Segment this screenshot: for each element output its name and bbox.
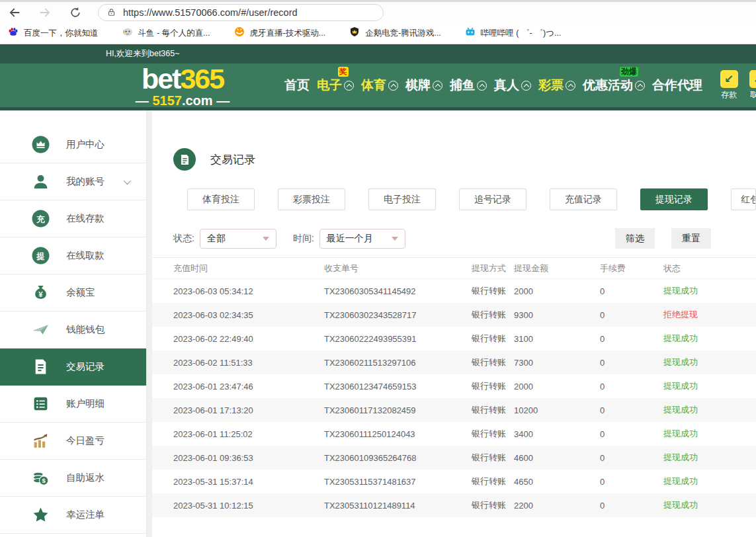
- cell-fee: 0: [593, 405, 663, 415]
- cell-fee: 0: [593, 334, 663, 344]
- sidebar-item-label: 今日盈亏: [66, 434, 105, 447]
- table-row[interactable]: 2023-06-02 22:49:40TX23060222493955391银行…: [152, 327, 756, 351]
- column-header: 收支单号: [324, 263, 472, 274]
- sidebar-item-钱能钱包[interactable]: 钱能钱包: [0, 311, 146, 349]
- table-row[interactable]: 2023-06-01 17:13:20TX23060117132082459银行…: [152, 398, 756, 422]
- forward-icon: [37, 5, 53, 21]
- address-bar[interactable]: https://www.51570066.com/#/user/record: [98, 4, 384, 21]
- table-row[interactable]: 2023-06-03 02:34:35TX23060302343528717银行…: [152, 303, 756, 327]
- bookmark-item[interactable]: 斗鱼 - 每个人的直...: [122, 26, 210, 40]
- sidebar-item-我的账号[interactable]: 我的账号: [0, 163, 146, 200]
- table-row[interactable]: 2023-06-03 05:34:12TX23060305341145492银行…: [152, 279, 756, 303]
- nav-item-捕鱼[interactable]: 捕鱼: [450, 77, 487, 94]
- cell-method: 银行转账: [472, 452, 514, 464]
- nav-item-彩票[interactable]: 彩票: [538, 77, 575, 94]
- tab-彩票投注[interactable]: 彩票投注: [278, 188, 345, 210]
- paper-plane-icon: [32, 321, 50, 339]
- status-filter-label: 状态:: [173, 233, 194, 245]
- status-badge: 提现成功: [663, 452, 756, 464]
- nav-item-label: 彩票: [538, 77, 564, 94]
- column-header: 手续费: [593, 263, 663, 274]
- deposit-circle-icon: 充: [32, 210, 50, 227]
- tab-充值记录[interactable]: 充值记录: [550, 188, 617, 210]
- time-select-value: 最近一个月: [327, 233, 373, 245]
- cell-method: 银行转账: [472, 309, 514, 321]
- nav-badge: 奖: [338, 67, 349, 77]
- cell-method: 银行转账: [472, 356, 514, 368]
- browser-toolbar: https://www.51570066.com/#/user/record: [0, 2, 756, 22]
- cell-method: 银行转账: [472, 380, 514, 392]
- quick-action-存款[interactable]: ↙存款: [718, 70, 740, 101]
- nav-item-label: 体育: [361, 77, 386, 94]
- tab-红包[interactable]: 红包: [731, 188, 756, 210]
- cell-time: 2023-06-03 05:34:12: [173, 286, 324, 296]
- tab-电子投注[interactable]: 电子投注: [368, 188, 436, 210]
- penguin-esports-icon: [349, 26, 360, 40]
- sidebar-item-label: 我的账号: [66, 175, 105, 188]
- status-badge: 提现成功: [663, 333, 756, 345]
- sidebar-item-label: 钱能钱包: [66, 323, 105, 336]
- sidebar-item-交易记录[interactable]: 交易记录: [0, 349, 146, 386]
- cell-method: 银行转账: [472, 428, 514, 440]
- nav-item-体育[interactable]: 体育: [361, 77, 398, 94]
- reset-button[interactable]: 重置: [671, 228, 711, 249]
- bookmark-item[interactable]: 虎牙直播-技术驱动...: [234, 26, 326, 40]
- time-select[interactable]: 最近一个月: [319, 229, 405, 249]
- nav-item-label: 棋牌: [405, 77, 431, 94]
- nav-item-首页[interactable]: 首页: [284, 77, 310, 94]
- quick-action-取款[interactable]: ↗取款: [747, 70, 756, 101]
- cell-order-no: TX23060123474659153: [324, 382, 472, 392]
- table-row[interactable]: 2023-05-31 15:37:14TX23053115371481637银行…: [152, 470, 756, 493]
- cell-amount: 2200: [514, 501, 593, 511]
- sidebar-item-label: 余额宝: [66, 286, 95, 299]
- table-row[interactable]: 2023-06-01 23:47:46TX23060123474659153银行…: [152, 374, 756, 398]
- cell-amount: 9300: [514, 310, 593, 320]
- sidebar-gutter: [147, 110, 152, 537]
- status-select[interactable]: 全部: [200, 229, 276, 249]
- bookmark-item[interactable]: 百度一下，你就知道: [8, 26, 99, 40]
- site-logo[interactable]: bet365 — 5157.com —: [121, 65, 244, 107]
- lock-icon: [106, 7, 116, 17]
- refresh-icon[interactable]: [67, 5, 83, 21]
- cell-time: 2023-06-02 11:51:33: [173, 358, 324, 368]
- back-icon[interactable]: [7, 5, 22, 21]
- status-select-value: 全部: [207, 233, 226, 245]
- sidebar-item-账户明细[interactable]: 账户明细: [0, 386, 146, 423]
- sidebar-item-在线取款[interactable]: 提在线取款: [0, 237, 146, 274]
- sidebar-item-用户中心[interactable]: 用户中心: [0, 126, 146, 163]
- tab-体育投注[interactable]: 体育投注: [187, 188, 255, 210]
- sidebar-item-在线存款[interactable]: 充在线存款: [0, 200, 146, 237]
- filter-button[interactable]: 筛选: [615, 228, 655, 249]
- status-badge: 提现成功: [663, 499, 756, 511]
- cell-time: 2023-05-31 10:12:15: [173, 501, 324, 511]
- table-row[interactable]: 2023-06-01 11:25:02TX23060111250124043银行…: [152, 422, 756, 446]
- table-row[interactable]: 2023-06-02 11:51:33TX23060211513297106银行…: [152, 351, 756, 374]
- nav-item-棋牌[interactable]: 棋牌: [405, 77, 442, 94]
- logo-main: bet365: [121, 65, 244, 93]
- filter-row: 状态: 全部 时间: 最近一个月 筛选 重置: [173, 228, 711, 249]
- chevron-circle-icon: [635, 81, 645, 91]
- tab-追号记录[interactable]: 追号记录: [459, 188, 526, 210]
- tab-提现记录[interactable]: 提现记录: [640, 188, 708, 210]
- nav-item-优惠活动[interactable]: 优惠活动劲爆: [583, 77, 645, 94]
- record-tabs: 体育投注彩票投注电子投注追号记录充值记录提现记录红包: [187, 188, 756, 210]
- sidebar-item-幸运注单[interactable]: 幸运注单: [0, 497, 146, 534]
- quick-actions: ↙存款↗取款: [718, 70, 756, 101]
- cell-fee: 0: [593, 429, 663, 439]
- nav-item-真人[interactable]: 真人: [494, 77, 531, 94]
- sidebar-item-余额宝[interactable]: ¥余额宝: [0, 274, 146, 311]
- nav-item-电子[interactable]: 电子奖: [317, 77, 354, 94]
- table-header: 充值时间收支单号提现方式提现金额手续费状态: [152, 258, 756, 279]
- bookmark-item[interactable]: 哔哩哔哩 ( ゜- ゜)つ...: [465, 26, 562, 40]
- sidebar-item-自助返水[interactable]: $自助返水: [0, 460, 146, 497]
- table-row[interactable]: 2023-05-31 10:12:15TX23053110121489114银行…: [152, 493, 756, 517]
- cell-time: 2023-06-02 22:49:40: [173, 334, 324, 344]
- table-row[interactable]: 2023-06-01 09:36:53TX23060109365264768银行…: [152, 446, 756, 470]
- cell-amount: 7300: [514, 358, 593, 368]
- bookmark-label: 哔哩哔哩 ( ゜- ゜)つ...: [481, 28, 562, 39]
- cell-order-no: TX23053110121489114: [324, 501, 472, 511]
- sidebar-item-今日盈亏[interactable]: 今日盈亏: [0, 423, 146, 460]
- bookmark-item[interactable]: 企鹅电竞-腾讯游戏...: [349, 26, 441, 40]
- nav-item-合作代理[interactable]: 合作代理: [652, 77, 702, 94]
- url-text: https://www.51570066.com/#/user/record: [123, 7, 298, 18]
